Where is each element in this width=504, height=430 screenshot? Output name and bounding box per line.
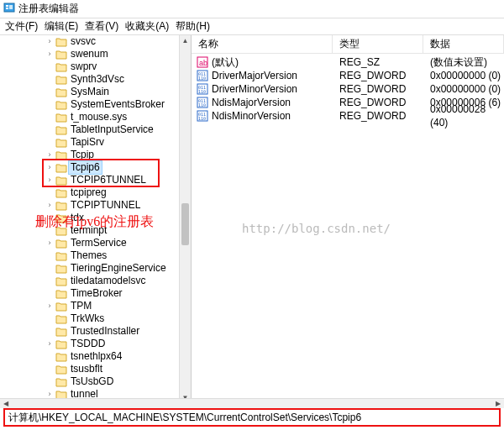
chevron-right-icon[interactable]: › — [45, 212, 54, 224]
list-pane: 名称 类型 数据 ab(默认)REG_SZ(数值未设置)011110Driver… — [192, 35, 504, 404]
window-title: 注册表编辑器 — [18, 2, 79, 16]
tree-item[interactable]: tiledatamodelsvc — [45, 275, 187, 287]
tree-item-label: TSDDD — [69, 338, 107, 350]
tree-item[interactable]: t_mouse.sys — [45, 111, 187, 123]
folder-icon — [55, 113, 67, 123]
horizontal-scrollbar[interactable]: ◀ ▶ — [0, 398, 504, 408]
tree-item[interactable]: ›TermService — [45, 237, 187, 249]
folder-icon — [55, 75, 67, 85]
chevron-right-icon[interactable]: › — [45, 199, 54, 212]
tree-item-label: TrustedInstaller — [69, 325, 141, 338]
folder-icon — [55, 364, 67, 375]
svg-text:110: 110 — [198, 76, 206, 81]
folder-icon — [55, 226, 67, 236]
tree-item[interactable]: tsusbflt — [45, 363, 187, 375]
chevron-right-icon[interactable]: › — [45, 48, 54, 60]
folder-icon — [55, 150, 67, 160]
value-data: 0x00000000 (0) — [423, 82, 504, 96]
folder-icon — [55, 302, 67, 312]
tree-item[interactable]: tsnethlpx64 — [45, 350, 187, 363]
address-path[interactable]: 计算机\HKEY_LOCAL_MACHINE\SYSTEM\CurrentCon… — [8, 411, 361, 425]
tree-item[interactable]: ›svsvc — [45, 35, 187, 48]
chevron-right-icon[interactable]: › — [45, 161, 54, 174]
chevron-right-icon[interactable]: › — [45, 300, 54, 312]
tree-item-label: tdx — [69, 212, 86, 224]
tree-item[interactable]: tcpipreg — [45, 186, 187, 199]
string-value-icon: ab — [197, 56, 208, 68]
binary-value-icon: 011110 — [197, 70, 208, 81]
tree-item[interactable]: ›Tcpip6 — [45, 161, 187, 174]
menu-edit[interactable]: 编辑(E) — [45, 19, 78, 34]
svg-text:110: 110 — [198, 116, 206, 121]
svg-rect-2 — [6, 8, 8, 9]
folder-icon — [55, 251, 67, 261]
tree-item[interactable]: ›TCPIPTUNNEL — [45, 199, 187, 212]
tree-item[interactable]: TimeBroker — [45, 287, 187, 300]
tree-item-label: swenum — [69, 48, 110, 60]
menu-help[interactable]: 帮助(H) — [176, 19, 210, 34]
scroll-right-icon[interactable]: ▶ — [492, 399, 504, 408]
tree-item-label: SysMain — [69, 86, 111, 98]
folder-icon — [55, 264, 67, 274]
chevron-right-icon[interactable]: › — [45, 149, 54, 161]
scroll-left-icon[interactable]: ◀ — [0, 399, 12, 408]
tree-item[interactable]: ›swenum — [45, 48, 187, 60]
tree[interactable]: ›svsvc›swenumswprvSynth3dVscSysMainSyste… — [0, 35, 191, 404]
tree-item[interactable]: TabletInputService — [45, 123, 187, 136]
tree-item-label: tsnethlpx64 — [69, 350, 123, 363]
value-data: 0x00000000 (0) — [423, 69, 504, 82]
value-row[interactable]: 011110DriverMinorVersionREG_DWORD0x00000… — [192, 82, 504, 96]
binary-value-icon: 011110 — [197, 83, 208, 95]
chevron-right-icon[interactable]: › — [45, 174, 54, 186]
tree-item[interactable]: swprv — [45, 60, 187, 73]
chevron-right-icon[interactable]: › — [45, 338, 54, 350]
tree-scrollbar[interactable]: ▲ ▼ — [179, 35, 191, 404]
statusbar: 计算机\HKEY_LOCAL_MACHINE\SYSTEM\CurrentCon… — [3, 408, 501, 427]
value-row[interactable]: 011110NdisMinorVersionREG_DWORD0x0000002… — [192, 109, 504, 123]
tree-item[interactable]: Themes — [45, 249, 187, 262]
tree-item[interactable]: ›TSDDD — [45, 338, 187, 350]
folder-icon — [55, 50, 67, 60]
chevron-right-icon[interactable]: › — [45, 35, 54, 48]
tree-item[interactable]: TieringEngineService — [45, 262, 187, 275]
chevron-right-icon[interactable]: › — [45, 237, 54, 249]
workarea: ›svsvc›swenumswprvSynth3dVscSysMainSyste… — [0, 35, 504, 405]
menu-file[interactable]: 文件(F) — [5, 19, 38, 34]
tree-item-label: TPM — [69, 300, 93, 312]
col-header-data[interactable]: 数据 — [423, 35, 504, 53]
tree-item[interactable]: TsUsbGD — [45, 375, 187, 388]
tree-item[interactable]: Synth3dVsc — [45, 73, 187, 86]
binary-value-icon: 011110 — [197, 97, 208, 108]
tree-item[interactable]: ›TCPIP6TUNNEL — [45, 174, 187, 186]
folder-icon — [55, 339, 67, 349]
value-row[interactable]: 011110DriverMajorVersionREG_DWORD0x00000… — [192, 69, 504, 82]
tree-item[interactable]: TapiSrv — [45, 136, 187, 149]
svg-text:ab: ab — [199, 59, 207, 67]
tree-item[interactable]: SystemEventsBroker — [45, 98, 187, 111]
tree-item[interactable]: TrustedInstaller — [45, 325, 187, 338]
tree-item-label: TsUsbGD — [69, 375, 115, 388]
tree-item-label: tsusbflt — [69, 363, 104, 375]
folder-icon — [55, 100, 67, 110]
tree-item-label: svsvc — [69, 35, 97, 48]
tree-item[interactable]: TrkWks — [45, 312, 187, 325]
scroll-up-icon[interactable]: ▲ — [180, 35, 191, 47]
folder-icon — [55, 314, 67, 324]
value-row[interactable]: ab(默认)REG_SZ(数值未设置) — [192, 55, 504, 69]
tree-item[interactable]: ›Tcpip — [45, 149, 187, 161]
tree-item[interactable]: ›TPM — [45, 300, 187, 312]
col-header-type[interactable]: 类型 — [333, 35, 423, 53]
col-header-name[interactable]: 名称 — [192, 35, 333, 53]
tree-item[interactable]: ›tdx — [45, 212, 187, 224]
value-name: NdisMajorVersion — [212, 96, 291, 109]
tree-item-label: TapiSrv — [69, 136, 106, 149]
scroll-thumb[interactable] — [181, 203, 189, 245]
menu-fav[interactable]: 收藏夹(A) — [125, 19, 169, 34]
binary-value-icon: 011110 — [197, 110, 208, 122]
value-type: REG_DWORD — [333, 82, 423, 96]
tree-item-label: tiledatamodelsvc — [69, 275, 147, 287]
folder-icon — [55, 62, 67, 72]
tree-item[interactable]: SysMain — [45, 86, 187, 98]
tree-item[interactable]: terminpt — [45, 224, 187, 237]
menu-view[interactable]: 查看(V) — [85, 19, 118, 34]
